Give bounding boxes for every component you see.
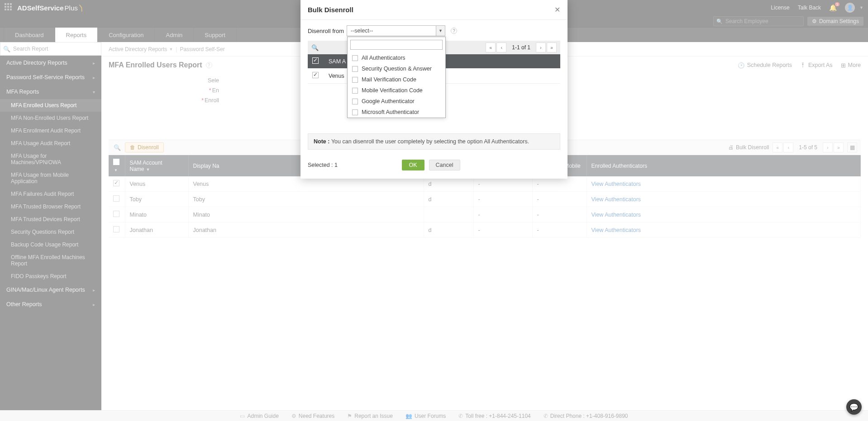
pager-next-button[interactable]: ›: [536, 43, 546, 52]
option-checkbox[interactable]: [352, 77, 358, 83]
pager-first-button[interactable]: «: [486, 43, 496, 52]
selected-count: Selected : 1: [308, 162, 338, 168]
cancel-button[interactable]: Cancel: [429, 160, 460, 170]
disenroll-from-label: Disenroll from: [308, 28, 347, 34]
note-box: Note : You can disenroll the user comple…: [308, 133, 560, 150]
dropdown-option[interactable]: Mail Verification Code: [348, 74, 445, 85]
dropdown-option[interactable]: Mobile Verification Code: [348, 85, 445, 96]
dropdown-option[interactable]: Security Question & Answer: [348, 63, 445, 74]
pager-text: 1-1 of 1: [507, 44, 535, 51]
select-all-checkbox[interactable]: [312, 57, 319, 64]
chat-fab-icon[interactable]: 💬: [846, 399, 862, 415]
pager-last-button[interactable]: »: [547, 43, 557, 52]
option-checkbox[interactable]: [352, 99, 358, 104]
help-icon[interactable]: ?: [451, 28, 457, 34]
dropdown-panel: All AuthenticatorsSecurity Question & An…: [347, 37, 446, 118]
ok-button[interactable]: OK: [402, 160, 424, 170]
option-checkbox[interactable]: [352, 88, 358, 94]
pager-prev-button[interactable]: ‹: [496, 43, 506, 52]
dropdown-option[interactable]: Microsoft Authenticator: [348, 107, 445, 118]
option-checkbox[interactable]: [352, 109, 358, 115]
search-icon[interactable]: 🔍: [311, 44, 319, 51]
bulk-disenroll-modal: Bulk Disenroll ✕ Disenroll from --select…: [300, 0, 568, 179]
option-checkbox[interactable]: [352, 66, 358, 72]
modal-title: Bulk Disenroll: [308, 6, 353, 14]
close-icon[interactable]: ✕: [554, 5, 560, 14]
dropdown-search-input[interactable]: [350, 40, 443, 50]
dropdown-option[interactable]: Google Authenticator: [348, 96, 445, 107]
disenroll-from-select[interactable]: --select-- ▼ All AuthenticatorsSecurity …: [347, 25, 445, 36]
dropdown-option[interactable]: All Authenticators: [348, 52, 445, 63]
chevron-down-icon[interactable]: ▼: [436, 26, 445, 36]
row-checkbox[interactable]: [312, 72, 319, 78]
option-checkbox[interactable]: [352, 55, 358, 61]
